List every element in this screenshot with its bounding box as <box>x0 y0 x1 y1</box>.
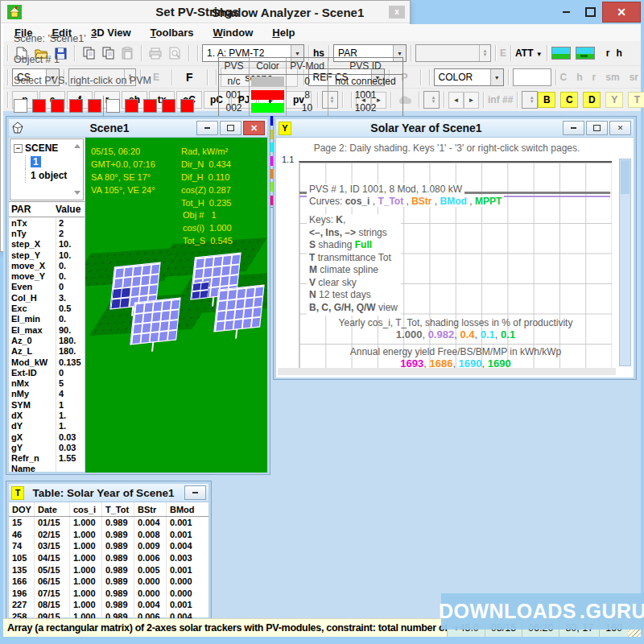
table-row[interactable]: 1501/151.0000.9890.0040.001 <box>9 517 208 529</box>
par-row-dX[interactable]: dX1. <box>9 410 85 420</box>
par-row-Az_0[interactable]: Az_0180. <box>9 335 85 345</box>
next-button-2[interactable]: ► <box>464 92 479 109</box>
h-label[interactable]: h <box>616 47 621 59</box>
color-value-input[interactable] <box>513 68 551 86</box>
pvm-cell-r1c9[interactable] <box>162 99 175 113</box>
solar-close-button[interactable]: ✕ <box>609 121 631 135</box>
spinner-3[interactable]: ▲▼ <box>522 91 538 109</box>
pv-tracker-panel[interactable] <box>130 298 180 345</box>
par-row-Col_H[interactable]: Col_H3. <box>9 292 85 303</box>
table-title: Table: Solar Year of Scene1 <box>24 487 183 499</box>
par-row-nMy[interactable]: nMy4 <box>9 389 85 399</box>
y-axis-top-label: 1.1 <box>282 155 294 164</box>
par-row-move_X[interactable]: move_X0. <box>9 260 85 270</box>
par-row-dY[interactable]: dY1. <box>9 421 85 431</box>
table-row[interactable]: 16606/151.0000.9890.0000.000 <box>9 576 208 588</box>
pvm-cell-r1c2[interactable] <box>32 99 46 113</box>
pvm-cell-r1c4[interactable] <box>69 99 83 113</box>
par-row-Exc[interactable]: Exc0.5 <box>9 303 85 313</box>
par-row-SYM[interactable]: SYM1 <box>9 399 85 410</box>
table-header-row: DOYDatecos_iT_TotBStrBMod <box>9 502 208 517</box>
spinner-2[interactable]: ▲▼ <box>423 91 440 109</box>
pvs-row-002[interactable]: 002101002 <box>219 101 402 114</box>
toggle-button-y[interactable]: Y <box>605 92 623 108</box>
scroll-up-icon[interactable] <box>74 144 80 148</box>
pvm-cell-r1c10[interactable] <box>180 99 194 113</box>
table-row[interactable]: 22708/151.0000.9890.0040.001 <box>9 599 208 611</box>
table-titlebar[interactable]: T Table: Solar Year of Scene1 <box>9 484 208 502</box>
par-row-El_min[interactable]: El_min0. <box>9 314 85 324</box>
table-row[interactable]: 7403/151.0000.9890.0090.004 <box>9 540 208 552</box>
text-segment: , <box>495 328 501 341</box>
par-row-step_X[interactable]: step_X10. <box>9 239 85 250</box>
scene1-close-button[interactable]: ✕ <box>243 121 265 135</box>
pvs-row-001[interactable]: 00181001 <box>219 88 402 101</box>
color-combo[interactable]: COLOR▼ <box>434 68 504 86</box>
horizontal-scroll-strip[interactable] <box>278 368 616 375</box>
pvm-cell-r1c1[interactable] <box>14 99 27 113</box>
par-row-Refr_n[interactable]: Refr_n1.55 <box>9 453 85 464</box>
maximize-button[interactable] <box>578 3 602 21</box>
toggle-button-c[interactable]: C <box>560 92 578 108</box>
scene-tree[interactable]: SCENE 1 1 object <box>10 138 84 200</box>
par-row-Ext-ID[interactable]: Ext-ID0 <box>9 367 85 378</box>
vertical-scrollbar[interactable] <box>619 159 631 366</box>
pvm-cell-r1c8[interactable] <box>143 99 157 113</box>
par-value-spinner[interactable]: ▲▼ <box>415 44 491 62</box>
par-row-nMx[interactable]: nMx5 <box>9 378 85 388</box>
par-row-Mod_kW[interactable]: Mod_kW0.135 <box>9 357 85 367</box>
solar-maximize-button[interactable] <box>586 121 608 135</box>
pvs-row-nc[interactable]: n/c0not connected <box>219 75 402 88</box>
scene1-titlebar[interactable]: Scene1 ✕ <box>9 119 267 138</box>
text-segment: , <box>467 196 475 207</box>
toggle-button-d[interactable]: D <box>583 92 601 108</box>
scroll-down-icon[interactable] <box>74 191 80 195</box>
scene1-maximize-button[interactable] <box>220 121 242 135</box>
par-row-Az_L[interactable]: Az_L180. <box>9 346 85 357</box>
par-row-gX[interactable]: gX0.03 <box>9 431 85 442</box>
tree-node-selected[interactable]: 1 <box>31 156 41 167</box>
table-row[interactable]: 10504/151.0000.9890.0060.003 <box>9 552 208 564</box>
par-row-Name[interactable]: Name <box>9 464 85 473</box>
solar-minimize-button[interactable] <box>563 121 584 135</box>
pv-tracker-panel[interactable] <box>213 285 264 332</box>
color-swatch <box>251 90 284 100</box>
prev-button-2[interactable]: ◄ <box>448 92 464 109</box>
table-row[interactable]: 13505/151.0000.9890.0050.001 <box>9 564 208 576</box>
par-row-Even[interactable]: Even0 <box>9 282 85 292</box>
solar-year-chart-area[interactable]: Page 2: Daily shading. Keys '1' - '3' or… <box>276 138 634 378</box>
shading-chart[interactable]: PVS # 1, ID 1001, 8 Mod, 1.080 kW Curves… <box>299 161 612 374</box>
horizon-obstacle-icon[interactable] <box>576 47 595 60</box>
collapse-icon[interactable] <box>14 144 23 153</box>
par-row-nTy[interactable]: nTy2 <box>9 228 85 238</box>
minimize-button[interactable] <box>554 3 578 21</box>
toggle-button-b[interactable]: B <box>538 92 555 108</box>
table-row[interactable]: 4602/151.0000.9890.0080.001 <box>9 529 208 541</box>
pvm-cell-r1c7[interactable] <box>125 99 138 113</box>
toggle-button-t[interactable]: T <box>628 92 644 108</box>
yearly-losses-values: 1.000, 0.982, 0.4, 0.1, 0.1 <box>299 328 612 341</box>
pvm-cell-r1c5[interactable] <box>88 99 101 113</box>
par-row-gY[interactable]: gY0.03 <box>9 442 85 452</box>
scene-3d-viewport[interactable]: 05/15, 06:20GMT+0.0, 07:16SA 80°, SE 17°… <box>85 138 267 473</box>
close-button[interactable]: ✕ <box>602 2 641 23</box>
downloads-guru-watermark: DOWNLOADS .GURU <box>441 593 644 630</box>
solar-year-title: Solar Year of Scene1 <box>291 122 561 134</box>
pvm-cell-r1c6[interactable] <box>106 99 120 113</box>
att-dropdown-button[interactable]: ATT ▼ <box>515 47 543 59</box>
color-swatch <box>251 76 284 86</box>
tree-node-objects[interactable]: 1 object <box>25 169 81 183</box>
watermark-text-2: .GURU <box>580 600 644 623</box>
par-row-move_Y[interactable]: move_Y0. <box>9 270 85 281</box>
pvm-cell-r1c3[interactable] <box>51 99 64 113</box>
table-row[interactable]: 19607/151.0000.9890.0000.000 <box>9 588 208 600</box>
par-row-El_max[interactable]: El_max90. <box>9 324 85 335</box>
par-row-nTx[interactable]: nTx2 <box>9 217 85 228</box>
text-segment: 0.4 <box>460 328 474 341</box>
scene1-minimize-button[interactable] <box>196 121 218 135</box>
solar-year-titlebar[interactable]: Y Solar Year of Scene1 ✕ <box>276 119 634 138</box>
table-minimize-button[interactable] <box>184 485 206 500</box>
par-row-step_Y[interactable]: step_Y10. <box>9 250 85 260</box>
horizon-view-icon[interactable] <box>551 47 571 60</box>
r-label[interactable]: r <box>606 47 610 59</box>
